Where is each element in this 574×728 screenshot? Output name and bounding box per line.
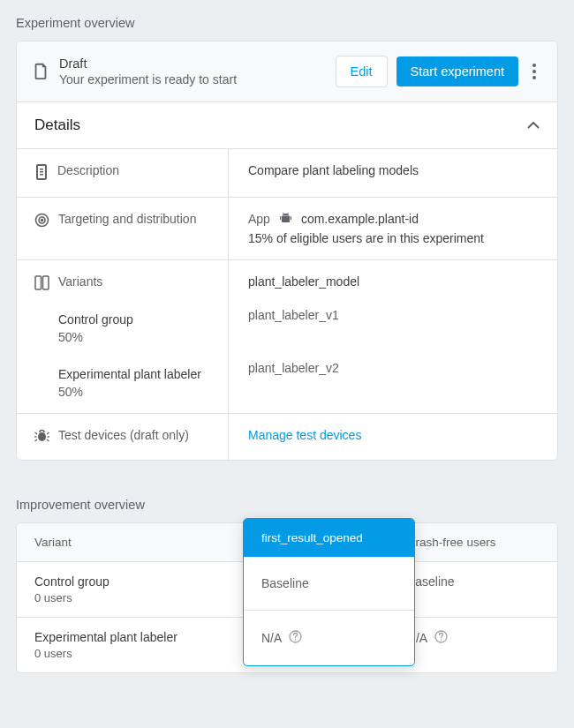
description-icon [34,164,49,183]
variants-label: Variants [58,274,102,289]
svg-point-22 [295,639,296,640]
variants-values: plant_labeler_model plant_labeler_v1 pla… [229,260,557,413]
experiment-status: Draft [59,56,336,71]
experiment-card: Draft Your experiment is ready to start … [16,41,558,461]
svg-rect-6 [280,216,281,220]
svg-line-13 [35,432,38,434]
document-icon [33,62,52,82]
details-section-header[interactable]: Details [17,102,557,149]
svg-point-20 [441,639,442,640]
svg-rect-11 [43,276,49,289]
test-devices-label: Test devices (draft only) [58,428,189,442]
variant-1-model: plant_labeler_v2 [248,361,538,375]
variant-1-percent: 50% [58,385,210,399]
targeting-row: Targeting and distribution App com.examp… [17,198,557,260]
svg-point-1 [532,70,536,73]
edit-button[interactable]: Edit [336,56,388,87]
details-title: Details [34,116,80,134]
manage-test-devices-link[interactable]: Manage test devices [248,428,361,442]
model-param-name: plant_labeler_model [248,274,538,289]
targeting-label: Targeting and distribution [58,212,196,226]
targeting-percentage: 15% of eligible users are in this experi… [248,231,538,245]
variant-0-name: Control group [58,312,210,326]
popover-row0: Baseline [261,576,309,590]
metric1-popover: first_result_opened Baseline N/A [243,518,415,666]
svg-point-2 [532,76,536,79]
variant-0-percent: 50% [58,330,210,344]
popover-header: first_result_opened [244,519,414,557]
description-value: Compare plant labeling models [229,149,557,197]
description-label: Description [57,163,119,177]
app-label: App [248,212,270,226]
app-package: com.example.plant-id [301,212,419,226]
help-icon[interactable] [289,630,302,646]
svg-line-18 [47,439,49,441]
variant-0-model: plant_labeler_v1 [248,308,538,322]
svg-line-8 [283,213,283,214]
row1-variant-users: 0 users [34,647,206,660]
bug-icon [34,429,49,446]
col-variant-header: Variant [17,523,223,562]
overflow-menu-button[interactable] [527,58,541,85]
row1-variant-name: Experimental plant labeler [34,630,206,644]
test-devices-row: Test devices (draft only) Manage test de… [17,414,557,460]
experiment-card-header: Draft Your experiment is ready to start … [17,41,557,102]
variants-icon [34,275,49,293]
chevron-up-icon [527,118,540,132]
svg-point-0 [532,64,536,67]
targeting-value: App com.example.plant-id 15% of eligible… [229,198,557,259]
popover-row1: N/A [261,631,282,645]
variants-row: Variants Control group 50% Experimental … [17,260,557,414]
svg-point-5 [42,220,43,221]
svg-rect-10 [35,276,42,289]
row0-variant-users: 0 users [34,591,206,604]
svg-line-14 [47,432,49,434]
svg-point-12 [38,432,46,441]
target-icon [34,213,49,230]
start-experiment-button[interactable]: Start experiment [397,56,518,86]
experiment-overview-heading: Experiment overview [16,16,558,30]
android-icon [279,212,292,226]
row0-variant-name: Control group [34,574,206,589]
variant-1-name: Experimental plant labeler [58,367,210,381]
improvement-overview-heading: Improvement overview [16,498,558,512]
svg-rect-7 [291,216,291,220]
svg-line-17 [35,439,38,441]
svg-line-9 [287,213,288,214]
experiment-status-subtitle: Your experiment is ready to start [59,72,336,86]
help-icon[interactable] [434,630,448,646]
description-row: Description Compare plant labeling model… [17,149,557,198]
